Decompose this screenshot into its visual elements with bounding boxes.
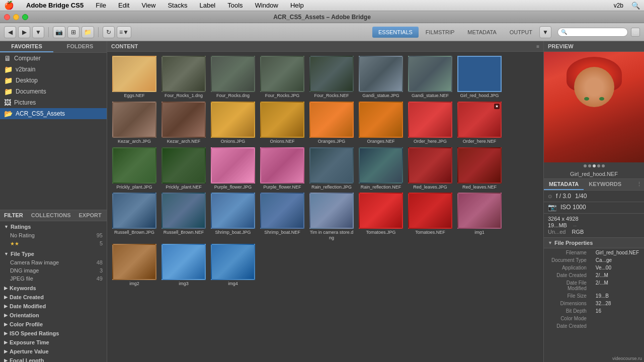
filter-no-rating[interactable]: No Rating 95 [0,231,107,239]
thumbnail-item[interactable]: Tim in camera store.dng [308,193,355,241]
preview-dot-5[interactable] [602,164,605,167]
thumbnail-item[interactable]: Rain_reflection.JPG [308,147,355,190]
thumbnail-item[interactable]: Tomatoes.NEF [407,193,453,241]
search-icon[interactable]: 🔍 [631,2,640,10]
thumbnail-item[interactable]: Onions.NEF [259,102,305,144]
search-options-button[interactable]: ⊡ [631,28,640,37]
label-menu[interactable]: Label [197,1,217,10]
keywords-header[interactable]: ▶ Keywords [0,284,107,293]
thumbnail-item[interactable]: Gandi_statue.NEF [407,56,453,99]
thumbnail-item[interactable]: Kezar_arch.JPG [111,102,157,144]
thumbnail-item[interactable]: img3 [160,244,207,287]
window-menu[interactable]: Window [253,1,280,10]
preview-dot-2[interactable] [588,164,591,167]
view-toggle-button[interactable]: ⊞ [67,26,79,38]
thumbnail-item[interactable]: ★Order_here.NEF [456,102,503,144]
filter-jpeg[interactable]: JPEG file 49 [0,275,107,283]
thumbnail-item[interactable]: Oranges.JPG [308,102,355,144]
back-button[interactable]: ◀ [4,26,16,38]
thumbnail-item[interactable]: img1 [456,193,503,241]
output-dropdown[interactable]: ▼ [539,26,551,38]
fav-item-acr[interactable]: 📂 ACR_CS5_Assets [0,108,107,119]
thumbnail-item[interactable]: Rain_reflection.NEF [358,147,404,190]
file-menu[interactable]: File [94,1,108,10]
thumbnail-item[interactable]: Oranges.NEF [358,102,404,144]
workspace-filmstrip[interactable]: FILMSTRIP [420,27,460,38]
camera-button[interactable]: 📷 [53,26,65,38]
folder-button[interactable]: 📁 [82,26,94,38]
fav-item-computer[interactable]: 🖥 Computer [0,53,107,64]
sort-button[interactable]: ≡▼ [117,26,131,38]
thumbnail-item[interactable]: Four_Rocks.dng [210,56,256,99]
ratings-header[interactable]: ▼ Ratings [0,222,107,231]
thumbnail-item[interactable]: Tomatoes.JPG [358,193,404,241]
minimize-button[interactable] [13,14,19,20]
aperture-header[interactable]: ▶ Aperture Value [0,347,107,356]
fav-item-documents[interactable]: 📁 Documents [0,86,107,97]
preview-dot-4[interactable] [597,164,600,167]
orientation-header[interactable]: ▶ Orientation [0,311,107,320]
exposure-header[interactable]: ▶ Exposure Time [0,338,107,347]
file-properties-header[interactable]: ▼ File Properties [544,238,644,248]
thumbnail-item[interactable]: Kezar_arch.NEF [160,102,207,144]
thumbnail-item[interactable]: Red_leaves.NEF [456,147,503,190]
thumbnail-item[interactable]: Order_here.JPG [407,102,453,144]
view-menu[interactable]: View [139,1,157,10]
filter-dng[interactable]: DNG image 3 [0,266,107,275]
workspace-output[interactable]: OUTPUT [504,27,538,38]
thumbnail-item[interactable]: Four_Rocks.JPG [259,56,305,99]
favorites-tab[interactable]: FAVORITES [0,41,53,52]
search-box[interactable]: 🔍 [557,28,628,37]
thumbnail-item[interactable]: Four_Rocks_1.dng [160,56,207,99]
thumbnail-item[interactable]: Red_leaves.JPG [407,147,453,190]
folders-tab[interactable]: FOLDERS [53,41,107,52]
filter-tab-export[interactable]: EXPORT [75,210,106,221]
date-modified-header[interactable]: ▶ Date Modified [0,302,107,311]
app-name-menu[interactable]: Adobe Bridge CS5 [24,1,86,10]
workspace-metadata[interactable]: METADATA [461,27,502,38]
fav-item-desktop[interactable]: 📁 Desktop [0,75,107,86]
maximize-button[interactable] [22,14,28,20]
thumbnail-item[interactable]: img2 [111,244,157,287]
preview-dot-3[interactable] [593,164,596,167]
iso-header[interactable]: ▶ ISO Speed Ratings [0,329,107,338]
filter-tab-collections[interactable]: COLLECTIONS [27,210,75,221]
filter-raw[interactable]: Camera Raw image 48 [0,258,107,266]
preview-dot-1[interactable] [584,164,587,167]
edit-menu[interactable]: Edit [116,1,131,10]
focal-header[interactable]: ▶ Focal Length [0,356,107,362]
refresh-button[interactable]: ↻ [103,26,115,38]
help-menu[interactable]: Help [288,1,306,10]
thumbnail-item[interactable]: Onions.JPG [210,102,256,144]
thumbnail-item[interactable]: Shrimp_boat.NEF [259,193,305,241]
fav-item-pictures[interactable]: 🖼 Pictures [0,97,107,108]
filter-two-stars[interactable]: ★★ 5 [0,239,107,247]
thumbnail-item[interactable]: Russell_Brown.JPG [111,193,157,241]
tools-menu[interactable]: Tools [225,1,245,10]
filter-tab-filter[interactable]: FILTER [0,210,27,221]
thumbnail-item[interactable]: img4 [210,244,256,287]
thumbnail-item[interactable]: Russell_Brown.NEF [160,193,207,241]
thumbnail-item[interactable]: Gandi_statue.JPG [358,56,404,99]
meta-options-icon[interactable]: ⋮ [634,179,644,190]
date-created-header[interactable]: ▶ Date Created [0,293,107,302]
metadata-tab[interactable]: METADATA [544,179,584,190]
close-button[interactable] [4,14,10,20]
apple-menu[interactable]: 🍎 [4,1,14,10]
workspace-essentials[interactable]: ESSENTIALS [372,27,419,38]
color-profile-header[interactable]: ▶ Color Profile [0,320,107,329]
forward-button[interactable]: ▶ [18,26,30,38]
thumbnail-item[interactable]: Shrimp_boat.JPG [210,193,256,241]
thumbnail-item[interactable]: Eggs.NEF [111,56,157,99]
dropdown-nav-button[interactable]: ▼ [32,26,44,38]
thumbnail-item[interactable]: Prickly_plant.JPG [111,147,157,190]
stacks-menu[interactable]: Stacks [166,1,189,10]
keywords-tab[interactable]: KEYWORDS [584,179,626,190]
fav-item-v2brain[interactable]: 📁 v2brain [0,64,107,75]
thumbnail-item[interactable]: Girl_red_hood.JPG [456,56,503,99]
thumbnail-item[interactable]: Purple_flower.JPG [210,147,256,190]
thumbnail-item[interactable]: Purple_flower.NEF [259,147,305,190]
thumbnail-item[interactable]: Prickly_plant.NEF [160,147,207,190]
filetype-header[interactable]: ▼ File Type [0,249,107,258]
thumbnail-item[interactable]: Four_Rocks.NEF [308,56,355,99]
